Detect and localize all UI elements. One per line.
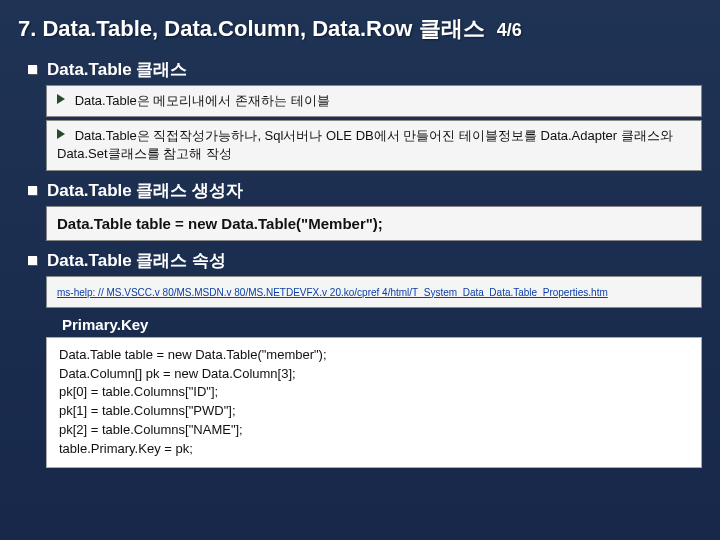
primary-key-label: Primary.Key — [62, 316, 702, 333]
section-heading-properties: Data.Table 클래스 속성 — [47, 249, 226, 272]
bullet-square-icon — [28, 186, 37, 195]
primary-key-code-block: Data.Table table = new Data.Table("membe… — [46, 337, 702, 468]
section-heading-constructor: Data.Table 클래스 생성자 — [47, 179, 243, 202]
slide-title: 7. Data.Table, Data.Column, Data.Row 클래스… — [18, 14, 702, 44]
mshelp-link[interactable]: ms-help: // MS.VSCC.v 80/MS.MSDN.v 80/MS… — [57, 287, 608, 298]
section-constructor: Data.Table 클래스 생성자 — [28, 179, 702, 202]
info-point-2: Data.Table은 직접작성가능하나, Sql서버나 OLE DB에서 만들… — [57, 128, 673, 161]
section-properties: Data.Table 클래스 속성 — [28, 249, 702, 272]
title-text: 7. Data.Table, Data.Column, Data.Row 클래스 — [18, 16, 485, 41]
triangle-bullet-icon — [57, 94, 65, 104]
section-class-intro: Data.Table 클래스 — [28, 58, 702, 81]
bullet-square-icon — [28, 65, 37, 74]
info-card: Data.Table은 직접작성가능하나, Sql서버나 OLE DB에서 만들… — [46, 120, 702, 170]
info-card: Data.Table은 메모리내에서 존재하는 테이블 — [46, 85, 702, 117]
constructor-code-card: Data.Table table = new Data.Table("Membe… — [46, 206, 702, 241]
constructor-code: Data.Table table = new Data.Table("Membe… — [57, 215, 383, 232]
page-indicator: 4/6 — [497, 20, 522, 40]
triangle-bullet-icon — [57, 129, 65, 139]
link-card: ms-help: // MS.VSCC.v 80/MS.MSDN.v 80/MS… — [46, 276, 702, 308]
bullet-square-icon — [28, 256, 37, 265]
info-point-1: Data.Table은 메모리내에서 존재하는 테이블 — [75, 93, 330, 108]
section-heading-class: Data.Table 클래스 — [47, 58, 187, 81]
